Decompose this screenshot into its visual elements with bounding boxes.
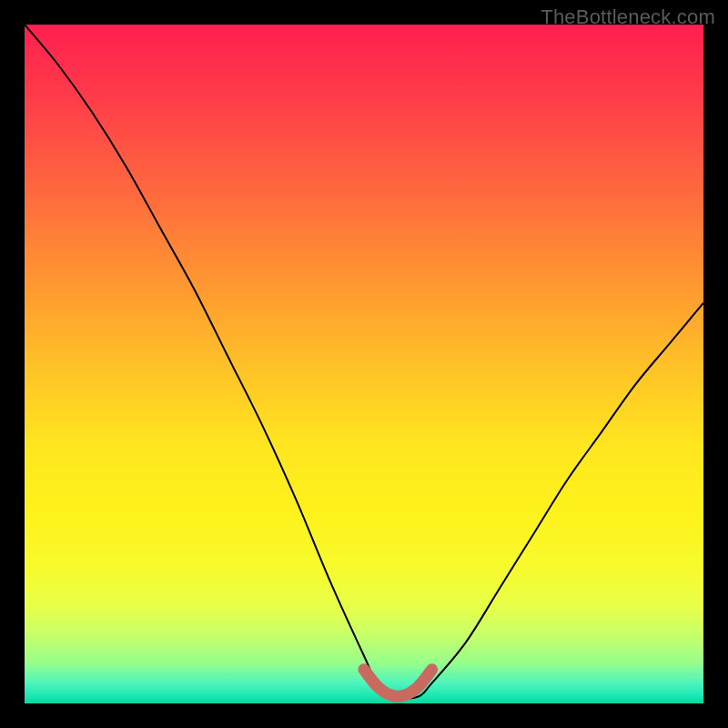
bottleneck-curve: [25, 25, 703, 698]
chart-overlay: [25, 25, 703, 703]
chart-frame: [25, 25, 703, 703]
highlight-nub: [364, 670, 432, 697]
watermark-text: TheBottleneck.com: [541, 5, 715, 29]
